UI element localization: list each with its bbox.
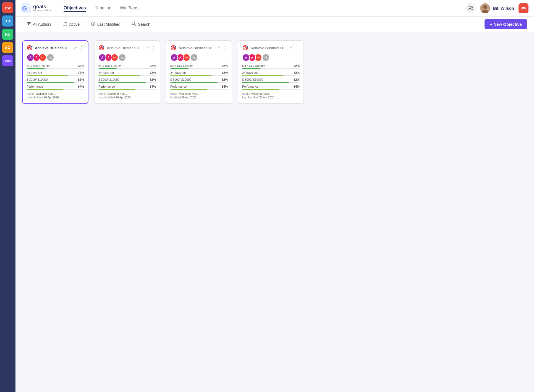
sidebar-avatar-tb[interactable]: TB (2, 15, 13, 27)
days-left-pct: 72% (294, 71, 300, 74)
clock-icon (91, 22, 95, 27)
author-line: Author Valdemar Kolp... (242, 92, 300, 95)
more-icon[interactable]: ⋮ (151, 45, 156, 51)
user-badge[interactable]: BW (519, 3, 528, 13)
objective-card-3[interactable]: 🎯 Achieve Busines Objective ⋮ A A AD +1 … (166, 40, 232, 104)
objective-card-2[interactable]: 🎯 Achieve Busines Objective ⋮ A A AD +1 … (94, 40, 160, 104)
search-filter[interactable]: Search (127, 19, 155, 29)
card-header: 🎯 Achieve Busines Objective ⋮ (170, 45, 228, 51)
svg-point-2 (469, 6, 471, 8)
performance-label: Perfomance (242, 85, 258, 88)
all-authors-filter[interactable]: All Authors (22, 20, 56, 29)
avatars-row: A A AD +1 (242, 54, 300, 61)
performance-fill (98, 89, 135, 90)
nav-timeline[interactable]: Timeline (95, 4, 111, 12)
key-results-pct: 32% (78, 64, 84, 67)
objective-card-1[interactable]: 🎯 Achieve Busines Objective ⋮ A A AD +1 … (22, 40, 88, 104)
key-results-pct: 32% (222, 64, 228, 67)
card-actions: ⋮ (289, 45, 300, 51)
modified-line: Last Modified 26 Apr 2020 (27, 96, 84, 99)
chart-icon[interactable] (218, 46, 221, 50)
days-left-bar (242, 75, 300, 76)
last-modified-label: Last Modified (97, 22, 120, 27)
svg-point-3 (471, 6, 473, 8)
sidebar-avatar-wn[interactable]: WN (2, 55, 13, 66)
days-left-pct: 72% (78, 71, 84, 74)
folder-icon (63, 22, 67, 27)
card-title: Achieve Busines Objective (35, 46, 72, 50)
key-results-bar (98, 68, 156, 69)
svg-line-9 (135, 24, 136, 26)
chart-icon[interactable] (289, 46, 293, 50)
avatar-plus: +1 (119, 54, 125, 61)
last-modified-filter[interactable]: Last Modified (87, 19, 125, 29)
more-icon[interactable]: ⋮ (295, 45, 300, 51)
avatar-plus: +1 (191, 54, 197, 61)
avatar-a1: A (170, 54, 178, 61)
modified-date: 26 Apr 2020 (259, 96, 274, 99)
logo-sub: by KeepSolid Inc. (33, 9, 53, 12)
users-icon-btn[interactable] (466, 3, 476, 13)
objective-card-4[interactable]: 🎯 Achieve Busines Objective ⋮ A A AD +1 … (238, 40, 304, 104)
card-title: Achieve Busines Objective (179, 46, 215, 50)
performance-row: Perfomance 64% (170, 85, 228, 88)
card-actions: ⋮ (74, 45, 84, 51)
active-label: Active (69, 22, 80, 27)
days-left-label: 24 days left (170, 71, 186, 74)
more-icon[interactable]: ⋮ (79, 45, 84, 51)
key-results-label: 5/17 Key Results (98, 64, 121, 67)
card-meta: Author Valdemar Kolp... Last Modified 26… (98, 92, 156, 99)
sidebar-avatar-ku[interactable]: KU (2, 29, 13, 40)
days-left-label: 24 days left (242, 71, 258, 74)
new-objective-button[interactable]: + New Objective (485, 19, 527, 29)
modified-date: 26 Apr 2020 (44, 96, 59, 99)
budget-fill (27, 82, 74, 83)
filter-icon (27, 22, 31, 27)
performance-bar (242, 89, 300, 90)
chart-icon[interactable] (146, 46, 150, 50)
card-actions: ⋮ (146, 45, 156, 51)
user-name: Bill Wilson (493, 6, 514, 11)
performance-fill (27, 89, 63, 90)
key-results-bar (242, 68, 300, 69)
svg-text:G: G (22, 5, 27, 12)
performance-fill (242, 89, 279, 90)
days-left-fill (98, 75, 140, 76)
sidebar-avatar-bw[interactable]: BW (2, 2, 13, 13)
performance-row: Perfomance 64% (98, 85, 156, 88)
nav-right: Bill Wilson BW (466, 3, 528, 13)
trend-icon-svg (218, 46, 221, 49)
chart-icon[interactable] (74, 46, 78, 50)
budget-bar (98, 82, 156, 83)
nav-links: Objectives Timeline My Plans (64, 4, 466, 12)
user-info[interactable]: Bill Wilson (480, 3, 514, 13)
performance-pct: 64% (222, 85, 228, 88)
days-left-fill (27, 75, 68, 76)
budget-label: $ 3000/ $10000 (98, 78, 119, 81)
more-icon[interactable]: ⋮ (223, 45, 228, 51)
performance-bar (27, 89, 84, 90)
budget-pct: 82% (150, 78, 156, 81)
avatar (480, 3, 490, 13)
days-left-row: 24 days left 72% (27, 71, 84, 74)
modified-date: 26 Apr 2020 (182, 96, 197, 99)
key-results-label: 5/17 Key Results (242, 64, 265, 67)
performance-row: Perfomance 64% (242, 85, 300, 88)
days-left-bar (27, 75, 84, 76)
goal-icon: 🎯 (242, 45, 248, 51)
key-results-row: 5/17 Key Results 32% (170, 64, 228, 67)
nav-my-plans[interactable]: My Plans (120, 4, 138, 12)
nav-objectives[interactable]: Objectives (64, 4, 86, 12)
days-left-row: 24 days left 72% (242, 71, 300, 74)
card-meta: Author Valdemar Kolp... Modified 26 Apr … (170, 92, 228, 99)
sidebar-avatar-so[interactable]: SO (2, 42, 13, 53)
key-results-row: 5/17 Key Results 32% (27, 64, 84, 67)
active-filter[interactable]: Active (58, 20, 84, 29)
logo: G goals by KeepSolid Inc. (21, 3, 53, 13)
goal-icon: 🎯 (27, 45, 33, 51)
key-results-fill (98, 68, 117, 69)
performance-pct: 64% (150, 85, 156, 88)
key-results-row: 5/17 Key Results 32% (242, 64, 300, 67)
avatars-row: A A AD +1 (170, 54, 228, 61)
key-results-row: 5/17 Key Results 32% (98, 64, 156, 67)
